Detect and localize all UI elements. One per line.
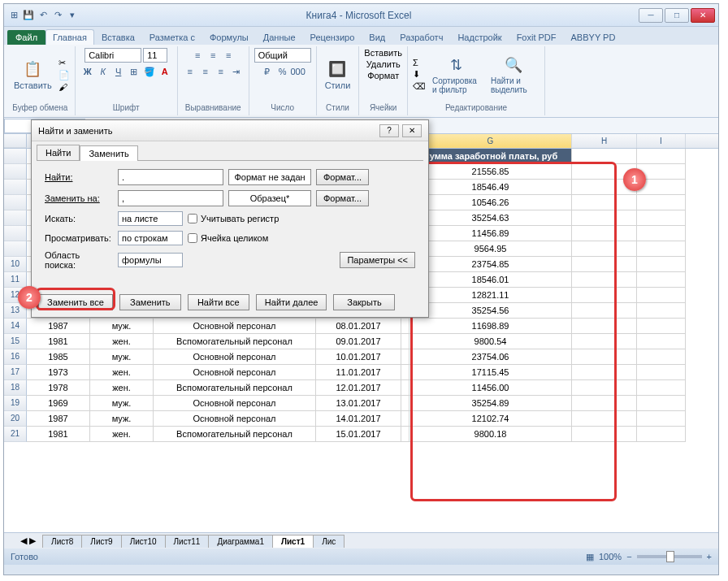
dept-cell[interactable]: Основной персонал [154, 396, 316, 411]
salary-cell[interactable]: 35254.89 [410, 396, 572, 411]
maximize-button[interactable]: □ [665, 8, 689, 23]
align-top-icon[interactable]: ≡ [190, 48, 205, 63]
col-i-header[interactable]: I [637, 134, 686, 148]
dept-cell[interactable]: Основной персонал [154, 349, 316, 365]
row-header[interactable]: 18 [4, 380, 27, 396]
find-all-button[interactable]: Найти все [188, 294, 249, 310]
view-tab[interactable]: Вид [362, 29, 392, 45]
sheet-tab[interactable]: Лис [313, 535, 344, 548]
salary-cell[interactable]: 9564.95 [410, 241, 572, 257]
gender-cell[interactable]: жен. [90, 334, 154, 349]
row-header[interactable] [4, 164, 27, 180]
gender-cell[interactable]: муж. [90, 411, 154, 427]
number-format-combo[interactable]: Общий [254, 48, 311, 63]
replace-one-button[interactable]: Заменить [119, 294, 181, 310]
row-header[interactable] [4, 241, 27, 257]
zoom-slider[interactable] [637, 555, 702, 558]
align-mid-icon[interactable]: ≡ [206, 48, 220, 63]
insert-tab[interactable]: Вставка [94, 29, 142, 45]
date-cell[interactable]: 09.01.2017 [316, 334, 401, 349]
fill-icon[interactable]: 🪣 [142, 64, 157, 79]
replace-all-button[interactable]: Заменить все [38, 294, 113, 310]
qat-more-icon[interactable]: ▾ [66, 9, 79, 22]
align-right-icon[interactable]: ≡ [214, 64, 228, 79]
review-tab[interactable]: Рецензиро [303, 29, 362, 45]
salary-cell[interactable]: 12102.74 [410, 411, 572, 427]
find-select-button[interactable]: 🔍Найти и выделить [488, 54, 540, 96]
search-area-combo[interactable]: формулы [118, 253, 183, 267]
dept-cell[interactable]: Вспомогательный персонал [154, 427, 316, 442]
row-header[interactable] [4, 226, 27, 241]
sheet-tab[interactable]: Лист11 [165, 535, 210, 548]
indent-icon[interactable]: ⇥ [229, 64, 244, 79]
format-cells-button[interactable]: Формат [367, 71, 399, 80]
save-icon[interactable]: 💾 [22, 9, 35, 22]
salary-cell[interactable]: 10546.26 [410, 195, 572, 210]
find-format-button[interactable]: Формат... [316, 169, 369, 185]
align-center-icon[interactable]: ≡ [198, 64, 213, 79]
redo-icon[interactable]: ↷ [51, 9, 64, 22]
delete-cells-button[interactable]: Удалить [366, 59, 401, 69]
addins-tab[interactable]: Надстройк [450, 29, 509, 45]
sheet-tab[interactable]: Лист9 [81, 535, 121, 548]
currency-icon[interactable]: ₽ [260, 64, 275, 79]
dept-cell[interactable]: Основной персонал [154, 365, 316, 380]
year-cell[interactable]: 1978 [27, 380, 90, 396]
brush-icon[interactable]: 🖌 [58, 82, 70, 92]
select-all-corner[interactable] [4, 134, 27, 148]
salary-cell[interactable]: 18546.01 [410, 272, 572, 288]
tab-nav-icon[interactable]: ◀ ▶ [20, 535, 36, 546]
file-tab[interactable]: Файл [7, 30, 46, 45]
percent-icon[interactable]: % [275, 64, 290, 79]
dev-tab[interactable]: Разработч [392, 29, 450, 45]
undo-icon[interactable]: ↶ [37, 9, 50, 22]
row-header[interactable]: 11 [4, 272, 27, 288]
comma-icon[interactable]: 000 [291, 64, 306, 79]
date-cell[interactable]: 15.01.2017 [316, 427, 401, 442]
row-header[interactable]: 17 [4, 365, 27, 380]
row-header[interactable] [4, 210, 27, 226]
year-cell[interactable]: 1969 [27, 396, 90, 411]
dept-cell[interactable]: Вспомогательный персонал [154, 380, 316, 396]
replace-tab[interactable]: Заменить [80, 145, 137, 161]
col-h-header[interactable]: H [572, 134, 637, 148]
params-button[interactable]: Параметры << [340, 252, 415, 268]
dialog-close-button[interactable]: ✕ [402, 124, 422, 137]
salary-cell[interactable]: 9800.18 [410, 427, 572, 442]
sheet-tab[interactable]: Лист1 [272, 535, 314, 548]
date-cell[interactable]: 11.01.2017 [316, 365, 401, 380]
salary-cell[interactable]: 35254.63 [410, 210, 572, 226]
salary-cell[interactable]: 12821.11 [410, 288, 572, 303]
look-by-combo[interactable]: по строкам [118, 231, 183, 245]
year-cell[interactable]: 1987 [27, 411, 90, 427]
find-input[interactable] [118, 169, 223, 185]
home-tab[interactable]: Главная [46, 29, 94, 45]
layout-tab[interactable]: Разметка с [142, 29, 202, 45]
gender-cell[interactable]: жен. [90, 365, 154, 380]
row-header[interactable]: 20 [4, 411, 27, 427]
dialog-help-button[interactable]: ? [379, 124, 399, 137]
cut-icon[interactable]: ✂ [58, 58, 70, 68]
align-bot-icon[interactable]: ≡ [221, 48, 236, 63]
bold-icon[interactable]: Ж [80, 64, 95, 79]
sheet-tab[interactable]: Лист8 [42, 535, 82, 548]
row-header[interactable] [4, 149, 27, 164]
align-left-icon[interactable]: ≡ [183, 64, 197, 79]
sheet-tab[interactable]: Диаграмма1 [208, 535, 273, 548]
row-header[interactable]: 14 [4, 319, 27, 334]
fill-down-icon[interactable]: ⬇ [413, 69, 426, 80]
salary-cell[interactable]: 35254.56 [410, 303, 572, 319]
formulas-tab[interactable]: Формулы [202, 29, 256, 45]
close-button[interactable]: ✕ [691, 8, 715, 23]
row-header[interactable]: 10 [4, 257, 27, 272]
close-dialog-button[interactable]: Закрыть [333, 294, 395, 310]
abbyy-tab[interactable]: ABBYY PD [564, 29, 623, 45]
sum-icon[interactable]: Σ [413, 58, 426, 67]
size-combo[interactable]: 11 [143, 48, 167, 63]
salary-cell[interactable]: 11698.89 [410, 319, 572, 334]
col-g-header[interactable]: G [410, 134, 572, 148]
year-cell[interactable]: 1973 [27, 365, 90, 380]
year-cell[interactable]: 1981 [27, 334, 90, 349]
zoom-in-icon[interactable]: + [707, 552, 712, 561]
gender-cell[interactable]: муж. [90, 349, 154, 365]
